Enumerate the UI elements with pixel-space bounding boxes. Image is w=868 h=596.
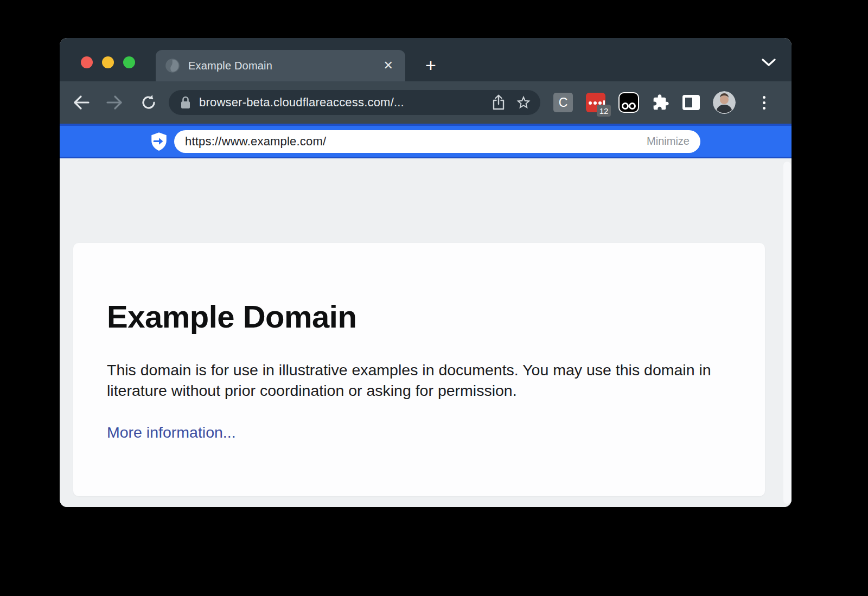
minimize-window-button[interactable] xyxy=(102,56,114,68)
vertical-scrollbar[interactable] xyxy=(783,162,791,504)
browser-menu-icon[interactable] xyxy=(763,96,765,110)
page-paragraph: This domain is for use in illustrative e… xyxy=(107,360,730,401)
browser-window: Example Domain ✕ + xyxy=(60,38,792,507)
page-heading: Example Domain xyxy=(107,298,730,335)
tab-close-icon[interactable]: ✕ xyxy=(381,57,395,74)
extensions-area: C 12 xyxy=(553,91,778,114)
browser-toolbar: browser-beta.cloudflareaccess.com/... xyxy=(60,81,792,124)
minimize-bar-button[interactable]: Minimize xyxy=(647,135,690,148)
tab-search-chevron-icon[interactable] xyxy=(761,57,776,67)
tab-title: Example Domain xyxy=(188,60,381,72)
remote-browser-bar: https://www.example.com/ Minimize xyxy=(60,124,792,158)
reload-button[interactable] xyxy=(136,90,161,115)
share-icon[interactable] xyxy=(492,94,506,111)
new-tab-button[interactable]: + xyxy=(419,51,443,79)
page-viewport: Example Domain This domain is for use in… xyxy=(60,158,792,507)
address-bar-url: browser-beta.cloudflareaccess.com/... xyxy=(199,95,492,110)
zoom-window-button[interactable] xyxy=(123,56,135,68)
profile-avatar[interactable] xyxy=(713,91,736,114)
remote-url-input[interactable]: https://www.example.com/ Minimize xyxy=(174,130,700,153)
globe-favicon-icon xyxy=(165,59,180,73)
tab-example-domain[interactable]: Example Domain ✕ xyxy=(156,50,405,81)
tab-strip: Example Domain ✕ + xyxy=(60,38,792,81)
address-bar[interactable]: browser-beta.cloudflareaccess.com/... xyxy=(169,90,540,115)
password-manager-extension-icon[interactable]: 12 xyxy=(586,93,605,112)
side-panel-icon[interactable] xyxy=(682,95,700,110)
close-window-button[interactable] xyxy=(81,56,93,68)
remote-url-text: https://www.example.com/ xyxy=(185,134,647,149)
bookmark-star-icon[interactable] xyxy=(515,94,532,111)
window-controls xyxy=(81,56,135,68)
more-information-link[interactable]: More information... xyxy=(107,424,236,441)
extensions-puzzle-icon[interactable] xyxy=(652,94,669,111)
back-button[interactable] xyxy=(69,90,94,115)
desktop-background: Example Domain ✕ + xyxy=(0,0,868,596)
isolation-shield-icon xyxy=(151,132,167,151)
lock-icon xyxy=(180,95,192,110)
extension-c-icon[interactable]: C xyxy=(553,93,573,112)
forward-button[interactable] xyxy=(102,90,127,115)
address-bar-actions xyxy=(492,94,532,111)
camera-extension-icon[interactable] xyxy=(618,92,639,113)
extension-badge: 12 xyxy=(597,105,611,117)
example-domain-card: Example Domain This domain is for use in… xyxy=(73,243,765,496)
